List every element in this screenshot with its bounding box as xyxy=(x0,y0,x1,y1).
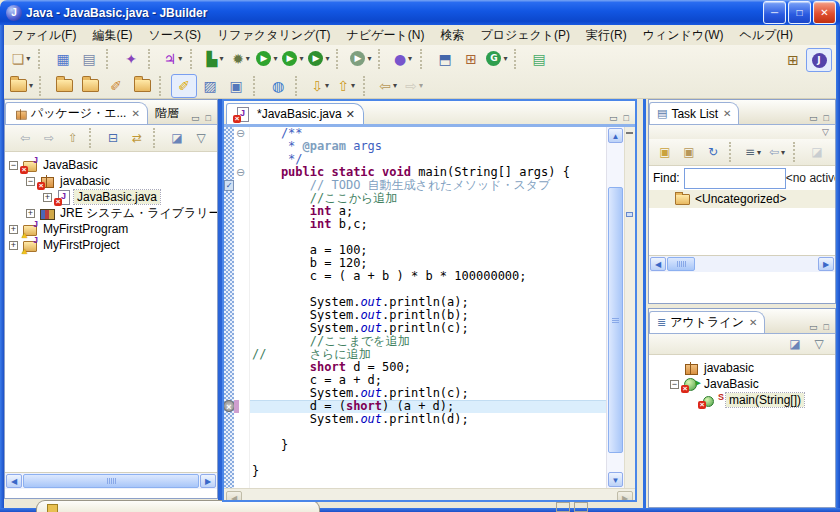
back-icon[interactable]: ⇦ xyxy=(13,127,37,149)
dropdown-arrow-icon[interactable]: ▾ xyxy=(351,81,355,90)
dropdown-arrow-icon[interactable]: ▾ xyxy=(408,54,412,63)
tab-task-list[interactable]: ▤ Task List ✕ xyxy=(649,102,739,124)
new-package-icon[interactable]: ⊞ xyxy=(458,47,484,71)
task-list-hscrollbar[interactable]: ◀ ▶ xyxy=(649,255,835,272)
save-icon[interactable]: ▦ xyxy=(50,47,76,71)
external-tools-icon[interactable]: ▶▾ xyxy=(348,47,374,71)
code-line[interactable]: * @param args xyxy=(252,140,606,153)
uncategorized-row[interactable]: <Uncategorized> xyxy=(649,190,835,208)
scroll-left-icon[interactable]: ◀ xyxy=(6,474,22,488)
minimize-view-icon[interactable]: ▭ xyxy=(806,321,821,333)
profile-icon[interactable]: ▙▾ xyxy=(202,47,228,71)
new-class-icon[interactable]: G▾ xyxy=(484,47,510,71)
maximize-view-icon[interactable] xyxy=(574,502,588,512)
menu-item[interactable]: ファイル(F) xyxy=(4,25,84,46)
dropdown-arrow-icon[interactable]: ▾ xyxy=(393,81,397,90)
filter-icon[interactable]: ◪ xyxy=(165,127,189,149)
code-line[interactable] xyxy=(252,452,606,465)
editor-hscrollbar[interactable]: ◀ ▶ xyxy=(224,488,635,502)
tree-item[interactable]: −×javabasic xyxy=(5,173,217,189)
maximize-view-icon[interactable]: □ xyxy=(621,112,632,124)
new-web-component-icon[interactable]: ⬒ xyxy=(432,47,458,71)
menu-item[interactable]: プロジェクト(P) xyxy=(472,25,578,46)
dropdown-arrow-icon[interactable]: ▾ xyxy=(246,54,250,63)
dropdown-arrow-icon[interactable]: ▾ xyxy=(273,54,277,63)
dropdown-arrow-icon[interactable]: ▾ xyxy=(178,54,182,63)
editor-fold-column[interactable]: ⊖⊖ xyxy=(234,127,250,488)
editor-marker-ruler[interactable]: ✓× xyxy=(224,127,234,488)
code-line[interactable]: int b,c; xyxy=(252,218,606,231)
code-line[interactable]: System.out.println(d); xyxy=(252,413,606,426)
dropdown-arrow-icon[interactable]: ▾ xyxy=(219,54,223,63)
mark-occurrences-icon[interactable]: ▨ xyxy=(197,74,223,98)
menu-item[interactable]: ウィンドウ(W) xyxy=(635,25,732,46)
scroll-left-icon[interactable]: ◀ xyxy=(650,257,666,271)
dropdown-arrow-icon[interactable]: ▾ xyxy=(325,81,329,90)
tree-expander-icon[interactable]: + xyxy=(26,209,35,218)
up-icon[interactable]: ⇧ xyxy=(61,127,85,149)
open-perspective-icon[interactable]: ⊞ xyxy=(780,48,806,72)
open-folder-icon[interactable]: ▾ xyxy=(8,74,35,98)
menu-item[interactable]: 編集(E) xyxy=(84,25,140,46)
dropdown-arrow-icon[interactable]: ▾ xyxy=(26,54,30,63)
scroll-down-icon[interactable]: ▼ xyxy=(608,472,623,487)
close-icon[interactable]: ✕ xyxy=(723,108,731,119)
code-line[interactable]: c = ( a + b ) * b * 100000000; xyxy=(252,270,606,283)
overview-annotation-mark[interactable] xyxy=(626,212,633,217)
tree-item[interactable]: −×JavaBasic xyxy=(5,157,217,173)
export-icon[interactable]: ⇧▾ xyxy=(333,74,359,98)
collapse-all-icon[interactable]: ⊟ xyxy=(101,127,125,149)
new-task-icon[interactable]: ▣ xyxy=(653,141,677,163)
tab-package-explorer[interactable]: パッケージ・エ... ✕ xyxy=(5,102,148,124)
menu-item[interactable]: ヘルプ(H) xyxy=(731,25,801,46)
import-icon[interactable]: ⇩▾ xyxy=(307,74,333,98)
minimize-view-icon[interactable]: ▭ xyxy=(188,112,203,124)
dropdown-arrow-icon[interactable]: ▾ xyxy=(299,54,303,63)
scroll-thumb[interactable] xyxy=(608,187,623,453)
close-button[interactable]: ✕ xyxy=(813,1,836,24)
filter-icon[interactable]: ◪ xyxy=(783,333,807,355)
archive-folder-icon[interactable] xyxy=(129,74,155,98)
jbuilder-jupiter-icon[interactable]: ♃▾ xyxy=(160,47,186,71)
web-globe-icon[interactable]: ◍ xyxy=(265,74,291,98)
new-wizard-icon[interactable]: ❏▾ xyxy=(8,47,34,71)
menu-item[interactable]: 検索 xyxy=(432,25,472,46)
menu-item[interactable]: ナビゲート(N) xyxy=(339,25,433,46)
fold-collapse-icon[interactable]: ⊖ xyxy=(236,128,247,139)
editor-vscrollbar[interactable]: ▲ ▼ xyxy=(606,127,624,488)
code-area[interactable]: /** * @param args */ public static void … xyxy=(250,127,606,488)
maximize-button[interactable]: □ xyxy=(788,1,811,24)
maximize-view-icon[interactable]: □ xyxy=(821,321,832,333)
java-perspective-icon[interactable]: J xyxy=(806,48,832,72)
go-back-icon[interactable]: ⇦▾ xyxy=(765,141,789,163)
menu-item[interactable]: ソース(S) xyxy=(140,25,209,46)
tree-expander-icon[interactable]: − xyxy=(26,177,35,186)
sash-editor-right[interactable] xyxy=(643,99,646,508)
scroll-right-icon[interactable]: ▶ xyxy=(818,257,834,271)
tab-hierarchy[interactable]: 階層 xyxy=(148,103,186,124)
tree-item[interactable]: +×JavaBasic.java xyxy=(5,189,217,205)
scroll-right-icon[interactable]: ▶ xyxy=(617,491,633,503)
tree-expander-icon[interactable]: − xyxy=(670,380,679,389)
dropdown-arrow-icon[interactable]: ▾ xyxy=(419,81,423,90)
close-icon[interactable]: ✕ xyxy=(346,108,355,121)
dropdown-arrow-icon[interactable]: ▾ xyxy=(503,54,507,63)
minimize-view-icon[interactable] xyxy=(556,502,570,512)
menu-item[interactable]: リファクタリング(T) xyxy=(209,25,339,46)
code-line[interactable]: } xyxy=(252,465,606,478)
new-category-icon[interactable]: ▣ xyxy=(677,141,701,163)
scroll-up-icon[interactable]: ▲ xyxy=(608,128,623,143)
dropdown-arrow-icon[interactable]: ▾ xyxy=(325,54,329,63)
code-line[interactable]: } xyxy=(252,439,606,452)
format-brush-icon[interactable]: ✐ xyxy=(103,74,129,98)
link-with-editor-icon[interactable]: ⇄ xyxy=(125,127,149,149)
tree-item[interactable]: −×JavaBasic xyxy=(649,376,835,392)
minimize-button[interactable]: ─ xyxy=(763,1,786,24)
dropdown-arrow-icon[interactable]: ▾ xyxy=(367,54,371,63)
view-menu-icon[interactable]: ▽ xyxy=(807,333,831,355)
maximize-view-icon[interactable]: □ xyxy=(203,112,214,124)
maximize-view-icon[interactable]: □ xyxy=(821,112,832,124)
editor-overview-ruler[interactable] xyxy=(624,127,635,488)
code-line[interactable] xyxy=(252,426,606,439)
debug-icon[interactable]: ✹▾ xyxy=(228,47,254,71)
